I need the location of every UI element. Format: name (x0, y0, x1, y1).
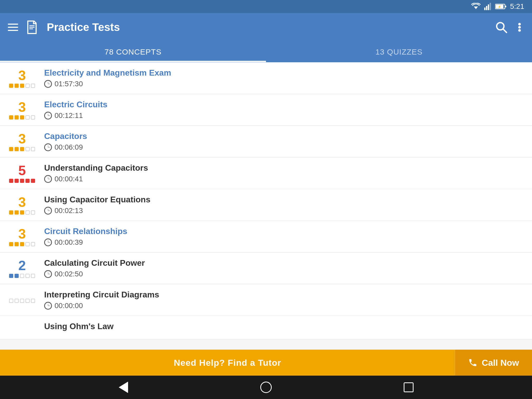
dot (9, 147, 13, 151)
list-item[interactable]: 3 Electricity and Magnetism Exam 01:57:3… (0, 62, 532, 94)
item-content: Understanding Capacitors 00:00:41 (44, 163, 524, 183)
dot (20, 84, 24, 88)
dot (9, 115, 13, 119)
dot (20, 179, 24, 183)
list-item[interactable]: Using Ohm's Law (0, 316, 532, 339)
list-item[interactable]: 5 Understanding Capacitors 00:00:41 (0, 157, 532, 189)
nav-bar (0, 376, 532, 399)
list-item[interactable]: Interpreting Circuit Diagrams 00:00:00 (0, 284, 532, 316)
tab-quizzes[interactable]: 13 Quizzes (266, 42, 532, 62)
item-title: Electric Circuits (44, 100, 524, 109)
menu-button[interactable] (8, 24, 18, 31)
item-duration: 00:02:50 (44, 270, 524, 278)
svg-point-15 (518, 26, 521, 29)
score-dots (9, 84, 35, 88)
dot (15, 147, 19, 151)
dot (20, 274, 24, 278)
score-badge: 3 (8, 195, 36, 215)
call-now-label[interactable]: Call Now (482, 358, 519, 368)
dot (15, 274, 19, 278)
bottom-banner: Need Help? Find a Tutor Call Now (0, 350, 532, 376)
back-icon (119, 382, 128, 393)
clock-icon (44, 80, 52, 88)
signal-icon (484, 3, 491, 10)
back-button[interactable] (117, 381, 130, 394)
list-item[interactable]: 3 Electric Circuits 00:12:11 (0, 94, 532, 126)
item-title: Calculating Circuit Power (44, 258, 524, 268)
dot (20, 115, 24, 119)
dot (9, 179, 13, 183)
score-number: 3 (18, 227, 26, 241)
dot (15, 299, 19, 303)
dot (9, 210, 13, 215)
item-content: Using Ohm's Law (44, 322, 524, 333)
item-title: Interpreting Circuit Diagrams (44, 290, 524, 300)
score-badge (8, 297, 36, 303)
item-content: Using Capacitor Equations 00:02:13 (44, 195, 524, 215)
item-duration: 00:00:00 (44, 302, 524, 310)
svg-rect-3 (488, 4, 489, 10)
more-options-icon[interactable] (515, 21, 524, 34)
score-dots (9, 274, 35, 278)
score-badge: 3 (8, 227, 36, 246)
tab-concepts[interactable]: 78 Concepts (0, 42, 266, 62)
dot (25, 179, 30, 183)
dot (25, 84, 30, 88)
clock-icon (44, 270, 52, 278)
app-bar: Practice Tests (0, 13, 532, 42)
item-title: Using Capacitor Equations (44, 195, 524, 204)
dot (20, 242, 24, 246)
score-badge: 5 (8, 164, 36, 183)
list-item[interactable]: 3 Circuit Relationships 00:00:39 (0, 221, 532, 252)
dot (25, 210, 30, 215)
item-duration: 00:06:09 (44, 143, 524, 151)
score-badge: 2 (8, 259, 36, 278)
dot (9, 242, 13, 246)
home-button[interactable] (260, 381, 272, 394)
score-number: 2 (18, 259, 26, 272)
clock-icon (44, 207, 52, 215)
dot (15, 84, 19, 88)
recents-button[interactable] (402, 381, 415, 394)
svg-point-14 (518, 23, 521, 25)
item-content: Calculating Circuit Power 00:02:50 (44, 258, 524, 278)
dot (20, 299, 24, 303)
score-dots (9, 115, 35, 119)
item-title: Circuit Relationships (44, 227, 524, 236)
document-icon (25, 20, 38, 35)
dot (9, 299, 13, 303)
score-number: 3 (18, 100, 26, 114)
svg-marker-0 (474, 6, 478, 9)
list-item[interactable]: 2 Calculating Circuit Power 00:02:50 (0, 252, 532, 284)
dot (25, 147, 30, 151)
dot (25, 115, 30, 119)
score-number: 3 (18, 69, 26, 82)
dot (9, 274, 13, 278)
item-content: Electric Circuits 00:12:11 (44, 100, 524, 120)
list-item[interactable]: 3 Using Capacitor Equations 00:02:13 (0, 189, 532, 221)
list-item[interactable]: 3 Capacitors 00:06:09 (0, 126, 532, 157)
dot (15, 115, 19, 119)
svg-rect-6 (505, 6, 506, 7)
score-badge: 3 (8, 69, 36, 88)
score-number: 3 (18, 132, 26, 145)
item-content: Capacitors 00:06:09 (44, 131, 524, 151)
item-content: Interpreting Circuit Diagrams 00:00:00 (44, 290, 524, 310)
score-dots (9, 299, 35, 303)
dot (31, 299, 35, 303)
dot (31, 274, 35, 278)
search-icon[interactable] (495, 21, 508, 34)
dot (25, 274, 30, 278)
score-dots (9, 179, 35, 183)
item-duration: 00:12:11 (44, 111, 524, 120)
clock-icon (44, 302, 52, 310)
home-icon (260, 382, 272, 393)
score-dots (9, 147, 35, 151)
dot (31, 210, 35, 215)
item-content: Circuit Relationships 00:00:39 (44, 227, 524, 247)
call-now-button[interactable]: Call Now (455, 350, 532, 376)
clock-icon (44, 143, 52, 151)
dot (20, 147, 24, 151)
item-duration: 00:00:41 (44, 175, 524, 183)
dot (9, 84, 13, 88)
